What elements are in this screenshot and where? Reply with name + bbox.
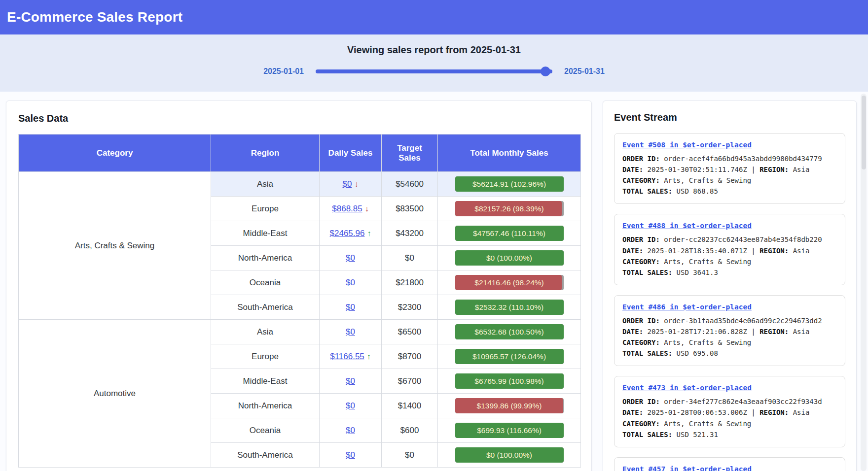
col-header-region: Region [211, 135, 320, 172]
progress-label: $6765.99 (100.98%) [455, 373, 564, 389]
target-sales-cell: $1400 [382, 394, 438, 418]
target-sales-cell: $83500 [382, 197, 438, 221]
date-slider-section: Viewing sales report from 2025-01-31 202… [0, 34, 868, 92]
order-id-label: ORDER ID: [622, 155, 660, 163]
daily-sales-link[interactable]: $0 [343, 179, 352, 189]
progress-label: $699.93 (116.66%) [455, 423, 564, 438]
target-sales-cell: $2300 [382, 295, 438, 320]
order-id-value: order-3b1faad35bde4e06ad99c2c294673dd2 [664, 317, 822, 325]
daily-sales-cell: $0 [320, 369, 382, 394]
event-link[interactable]: Event #488 in $et-order-placed [622, 222, 752, 230]
target-sales-cell: $8700 [382, 344, 438, 369]
total-monthly-sales-cell: $82157.26 (98.39%) [438, 197, 581, 221]
event-line: ORDER ID: order-acef4fa66bd945a3abdd9980… [622, 153, 837, 164]
event-stream-scrollbar[interactable] [861, 94, 867, 471]
total-sales-label: TOTAL SALES: [622, 269, 672, 276]
order-id-label: ORDER ID: [622, 317, 660, 325]
total-sales-value: USD 521.31 [677, 431, 718, 438]
daily-sales-link[interactable]: $0 [346, 401, 355, 410]
region-value: Asia [793, 247, 810, 255]
daily-sales-link[interactable]: $0 [346, 376, 355, 386]
category-label: CATEGORY: [622, 420, 660, 428]
col-header-category: Category [19, 135, 211, 172]
total-sales-value: USD 868.85 [677, 187, 718, 195]
daily-sales-cell: $2465.96↑ [320, 221, 382, 246]
progress-label: $0 (100.00%) [455, 447, 564, 463]
event-link[interactable]: Event #486 in $et-order-placed [622, 303, 752, 311]
daily-sales-link[interactable]: $0 [346, 253, 355, 263]
event-card: Event #508 in $et-order-placedORDER ID: … [614, 133, 845, 204]
date-value: 2025-01-28T00:06:53.006Z [648, 408, 747, 416]
date-value: 2025-01-28T17:21:06.828Z [648, 328, 747, 336]
category-value: Arts, Crafts & Sewing [664, 338, 751, 346]
event-line: ORDER ID: order-3b1faad35bde4e06ad99c2c2… [622, 315, 837, 326]
region-cell: Asia [211, 320, 320, 344]
daily-sales-link[interactable]: $1166.55 [330, 352, 364, 361]
slider-title: Viewing sales report from 2025-01-31 [0, 44, 868, 56]
category-label: CATEGORY: [622, 176, 660, 184]
daily-sales-link[interactable]: $0 [346, 327, 355, 336]
event-line: ORDER ID: order-cc20237cc62443ee87ab4e35… [622, 234, 837, 245]
date-slider[interactable] [316, 67, 552, 76]
daily-sales-link[interactable]: $0 [346, 303, 355, 312]
target-sales-cell: $54600 [382, 172, 438, 197]
sales-data-card: Sales Data Category Region Daily Sales T… [6, 101, 592, 471]
slider-thumb[interactable] [541, 67, 550, 76]
progress-label: $21416.46 (98.24%) [455, 275, 564, 290]
daily-sales-cell: $0↓ [320, 172, 382, 197]
region-cell: Middle-East [211, 369, 320, 394]
table-row: Arts, Crafts & SewingAsia$0↓$54600$56214… [19, 172, 581, 197]
event-line: DATE: 2025-01-28T17:21:06.828Z | REGION:… [622, 326, 837, 337]
total-sales-label: TOTAL SALES: [622, 349, 672, 357]
daily-sales-link[interactable]: $0 [346, 426, 355, 435]
event-line: TOTAL SALES: USD 868.85 [622, 186, 837, 197]
event-line: TOTAL SALES: USD 521.31 [622, 429, 837, 440]
total-monthly-sales-cell: $56214.91 (102.96%) [438, 172, 581, 197]
date-value: 2025-01-30T02:51:11.746Z [648, 166, 747, 173]
daily-sales-link[interactable]: $2465.96 [330, 229, 365, 238]
progress-label: $56214.91 (102.96%) [455, 176, 564, 192]
event-line: ORDER ID: order-34ef277c862e4a3eaaf903cc… [622, 396, 837, 407]
total-monthly-sales-cell: $6532.68 (100.50%) [438, 320, 581, 344]
daily-sales-cell: $0 [320, 418, 382, 443]
total-monthly-sales-cell: $0 (100.00%) [438, 443, 581, 468]
order-id-label: ORDER ID: [622, 236, 660, 243]
event-link[interactable]: Event #457 in $et-order-placed [622, 465, 752, 471]
scrollbar-thumb[interactable] [862, 96, 866, 169]
region-label: REGION: [760, 247, 789, 255]
region-cell: Europe [211, 197, 320, 221]
trend-down-icon: ↓ [365, 204, 369, 213]
target-sales-cell: $6700 [382, 369, 438, 394]
sales-table: Category Region Daily Sales Target Sales… [18, 134, 581, 468]
region-value: Asia [793, 408, 810, 416]
monthly-sales-progress-badge: $6532.68 (100.50%) [455, 324, 564, 339]
total-monthly-sales-cell: $2532.32 (110.10%) [438, 295, 581, 320]
progress-label: $82157.26 (98.39%) [455, 201, 564, 216]
order-id-value: order-34ef277c862e4a3eaaf903cc22f9343d [664, 398, 822, 405]
main-content: Sales Data Category Region Daily Sales T… [0, 92, 868, 471]
progress-label: $1399.86 (99.99%) [455, 398, 564, 413]
daily-sales-link[interactable]: $868.85 [332, 204, 362, 213]
region-value: Asia [793, 328, 810, 336]
monthly-sales-progress-badge: $699.93 (116.66%) [455, 423, 564, 438]
event-link[interactable]: Event #473 in $et-order-placed [622, 384, 752, 392]
event-link[interactable]: Event #508 in $et-order-placed [622, 141, 752, 149]
category-value: Arts, Crafts & Sewing [664, 258, 751, 266]
col-header-daily-sales: Daily Sales [320, 135, 382, 172]
target-sales-cell: $600 [382, 418, 438, 443]
event-line: CATEGORY: Arts, Crafts & Sewing [622, 175, 837, 186]
progress-label: $6532.68 (100.50%) [455, 324, 564, 339]
col-header-total-monthly-sales: Total Monthly Sales [438, 135, 581, 172]
daily-sales-cell: $0 [320, 246, 382, 270]
total-monthly-sales-cell: $0 (100.00%) [438, 246, 581, 270]
event-card: Event #486 in $et-order-placedORDER ID: … [614, 295, 845, 366]
total-sales-label: TOTAL SALES: [622, 187, 672, 195]
event-list: Event #508 in $et-order-placedORDER ID: … [614, 133, 845, 471]
daily-sales-link[interactable]: $0 [346, 450, 355, 460]
daily-sales-cell: $0 [320, 394, 382, 418]
daily-sales-link[interactable]: $0 [346, 278, 355, 287]
region-label: REGION: [760, 166, 789, 173]
monthly-sales-progress-badge: $2532.32 (110.10%) [455, 300, 564, 315]
slider-track[interactable] [316, 69, 552, 73]
daily-sales-cell: $1166.55↑ [320, 344, 382, 369]
